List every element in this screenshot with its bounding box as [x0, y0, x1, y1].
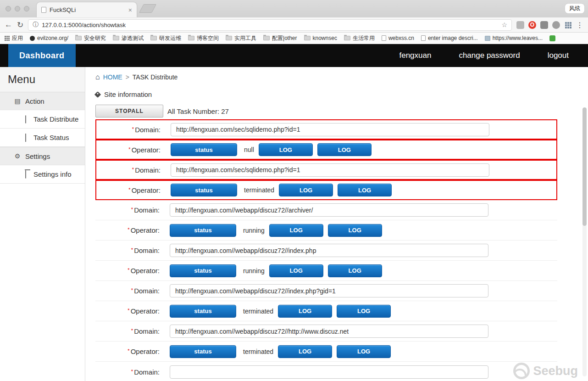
- domain-input[interactable]: [170, 365, 488, 379]
- bookmark-item[interactable]: knownsec: [304, 35, 337, 41]
- task-status: running: [243, 267, 265, 275]
- bookmark-item[interactable]: evilzone.org/: [30, 35, 68, 41]
- log-button[interactable]: LOG: [338, 184, 392, 196]
- domain-input[interactable]: [171, 123, 489, 136]
- required-mark: *: [128, 187, 130, 192]
- extension-icon-2[interactable]: [552, 21, 560, 29]
- operator-field: statusnullLOGLOG: [171, 143, 372, 156]
- bookmark-item[interactable]: https://www.leaves...: [485, 35, 543, 41]
- status-button[interactable]: status: [170, 345, 236, 358]
- required-mark: *: [128, 308, 129, 313]
- logout-link[interactable]: logout: [548, 51, 569, 60]
- stopall-button[interactable]: STOPALL: [95, 105, 163, 118]
- sidebar-item-task-status[interactable]: Task Status: [0, 129, 85, 147]
- task-toolbar: STOPALL All Task Number: 27: [95, 105, 588, 118]
- bookmark-item[interactable]: enter image descri...: [421, 35, 478, 41]
- bookmark-item[interactable]: webxss.cn: [382, 35, 414, 41]
- camera-extension-icon[interactable]: [540, 21, 548, 29]
- log-button[interactable]: LOG: [259, 143, 313, 156]
- row-label-text: Domain:: [134, 247, 160, 254]
- log-button[interactable]: LOG: [337, 305, 391, 318]
- task-domain-row: *Domain:: [95, 321, 557, 342]
- sidebar-item-settings-info[interactable]: Settings info: [0, 165, 85, 184]
- sidebar-items: ▤ActionTask DistributeTask Status⚙Settin…: [0, 92, 85, 184]
- address-bar[interactable]: ⓘ 127.0.0.1:5000/action/showtask ☆: [28, 19, 512, 31]
- log-button[interactable]: LOG: [278, 305, 332, 318]
- zoom-window-button[interactable]: [24, 6, 29, 11]
- sidebar-item-task-distribute[interactable]: Task Distribute: [0, 110, 85, 129]
- domain-input[interactable]: [170, 244, 488, 257]
- change-password-link[interactable]: change password: [459, 51, 520, 60]
- apps-icon: [5, 36, 10, 41]
- status-button[interactable]: status: [170, 224, 236, 237]
- new-tab-button[interactable]: [139, 4, 156, 13]
- breadcrumb-separator: >: [126, 73, 129, 81]
- breadcrumb-home-link[interactable]: HOME: [103, 73, 122, 81]
- bookmark-item[interactable]: 生活常用: [344, 34, 375, 42]
- tag-icon: [94, 91, 101, 97]
- log-button[interactable]: LOG: [337, 345, 391, 358]
- row-label: *Domain:: [96, 166, 161, 174]
- log-button[interactable]: LOG: [328, 264, 382, 277]
- bookmark-item[interactable]: 实用工具: [226, 34, 256, 42]
- bookmark-item[interactable]: 应用: [5, 34, 23, 42]
- gear-icon: ⚙: [14, 152, 21, 160]
- refresh-icon[interactable]: ↻: [17, 20, 23, 30]
- extension-icon-1[interactable]: [516, 21, 524, 29]
- sidebar-item-label: Settings info: [33, 170, 72, 178]
- back-icon[interactable]: ←: [5, 20, 12, 29]
- row-label-text: Domain:: [134, 287, 160, 295]
- required-mark: *: [128, 227, 129, 232]
- bookmark-item[interactable]: 渗透测试: [113, 34, 144, 42]
- domain-input[interactable]: [170, 203, 488, 217]
- domain-field: [170, 203, 488, 217]
- log-button[interactable]: LOG: [278, 345, 332, 358]
- minimize-window-button[interactable]: [15, 6, 20, 11]
- scrollbar[interactable]: [582, 107, 587, 376]
- bookmark-item[interactable]: [549, 35, 555, 41]
- doc-shape: [25, 115, 26, 123]
- browser-menu-icon[interactable]: ⋮: [576, 21, 583, 29]
- bookmark-item[interactable]: 安全研究: [75, 34, 106, 42]
- row-label-text: Operator:: [131, 267, 160, 275]
- doc-icon: [22, 116, 29, 123]
- log-button[interactable]: LOG: [317, 143, 372, 156]
- domain-input[interactable]: [171, 163, 489, 177]
- close-window-button[interactable]: [6, 6, 11, 11]
- tab-close-icon[interactable]: ×: [128, 6, 132, 14]
- log-button[interactable]: LOG: [269, 224, 323, 237]
- domain-input[interactable]: [170, 325, 488, 338]
- bookmark-item[interactable]: 博客空间: [188, 34, 219, 42]
- folder-icon: [263, 36, 270, 40]
- log-button[interactable]: LOG: [269, 264, 323, 277]
- bookmark-star-icon[interactable]: ☆: [501, 21, 507, 28]
- bookmark-label: evilzone.org/: [37, 35, 68, 41]
- sidebar-item-label: Task Status: [33, 134, 69, 141]
- sidebar-item-settings[interactable]: ⚙Settings: [0, 147, 85, 165]
- task-domain-row: *Domain:: [95, 241, 557, 261]
- opera-extension-icon[interactable]: O: [528, 21, 536, 29]
- username-link[interactable]: fengxuan: [399, 51, 431, 60]
- status-button[interactable]: status: [171, 143, 237, 156]
- row-label-text: Domain:: [134, 327, 160, 335]
- domain-input[interactable]: [170, 284, 488, 297]
- browser-tab[interactable]: FuckSQLi ×: [37, 2, 137, 17]
- log-button[interactable]: LOG: [279, 184, 333, 196]
- bookmark-item[interactable]: 研发运维: [150, 34, 181, 42]
- scrollbar-thumb[interactable]: [582, 107, 587, 226]
- bookmark-item[interactable]: 配置|other: [263, 34, 297, 42]
- sidebar-item-action[interactable]: ▤Action: [0, 92, 85, 110]
- status-button[interactable]: status: [171, 184, 237, 196]
- dashboard-nav-tab[interactable]: Dashboard: [8, 44, 76, 67]
- trash-shape: [25, 170, 26, 179]
- bookmark-label: enter image descri...: [428, 35, 478, 41]
- page-info-icon[interactable]: ⓘ: [33, 21, 39, 29]
- task-operator-row: *Operator:statusrunningLOGLOG: [95, 261, 557, 281]
- apps-grid-icon[interactable]: [564, 21, 572, 29]
- log-button[interactable]: LOG: [328, 224, 382, 237]
- bookmark-label: 应用: [12, 34, 23, 42]
- status-button[interactable]: status: [170, 264, 236, 277]
- status-button[interactable]: status: [170, 305, 236, 318]
- url-text: 127.0.0.1:5000/action/showtask: [42, 22, 498, 28]
- bookmark-label: webxss.cn: [388, 35, 414, 41]
